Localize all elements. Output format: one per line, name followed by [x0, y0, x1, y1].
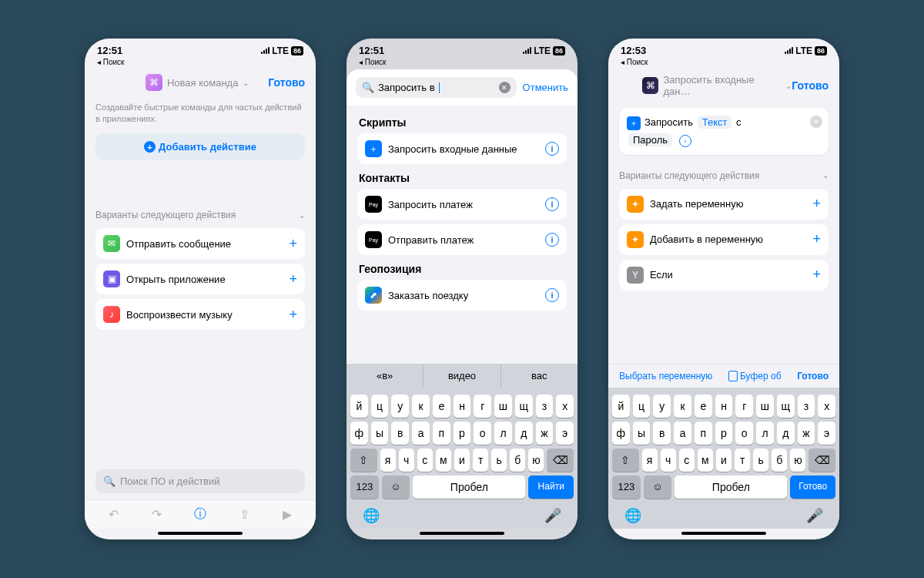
letter-key[interactable]: г [735, 395, 753, 418]
kb-suggestion[interactable]: вас [501, 364, 578, 388]
letter-key[interactable]: ж [536, 422, 554, 445]
return-key[interactable]: Готово [790, 476, 835, 499]
letter-key[interactable]: м [698, 449, 713, 472]
numeric-key[interactable]: 123 [612, 476, 641, 499]
suggestion-item[interactable]: ✦ Задать переменную + [619, 189, 829, 220]
letter-key[interactable]: т [735, 449, 750, 472]
letter-key[interactable]: ч [661, 449, 676, 472]
space-key[interactable]: Пробел [675, 476, 787, 499]
letter-key[interactable]: с [679, 449, 695, 472]
add-action-button[interactable]: +Добавить действие [95, 133, 305, 161]
letter-key[interactable]: к [412, 395, 430, 418]
letter-key[interactable]: ф [612, 422, 630, 445]
shift-key[interactable]: ⇧ [350, 449, 377, 472]
suggestion-item[interactable]: ♪ Воспроизвести музыку + [95, 299, 305, 330]
cancel-button[interactable]: Отменить [523, 82, 568, 93]
action-card[interactable]: ＋Запросить Текст с Пароль › ✕ [619, 108, 829, 155]
back-nav[interactable]: ◂ Поиск [608, 58, 839, 69]
letter-key[interactable]: н [715, 395, 733, 418]
letter-key[interactable]: ж [798, 422, 815, 445]
letter-key[interactable]: ф [350, 422, 368, 445]
letter-key[interactable]: п [433, 422, 450, 445]
suggestions-header[interactable]: Варианты следующего действия ⌄ [619, 163, 829, 181]
letter-key[interactable]: р [454, 422, 471, 445]
letter-key[interactable]: и [716, 449, 732, 472]
delete-key[interactable]: ⌫ [808, 449, 835, 472]
kb-suggestion[interactable]: «в» [346, 364, 424, 388]
letter-key[interactable]: с [417, 449, 433, 472]
letter-key[interactable]: л [494, 422, 512, 445]
done-button[interactable]: Готово [792, 79, 829, 92]
remove-action-icon[interactable]: ✕ [810, 116, 822, 128]
suggestion-item[interactable]: ▣ Открыть приложение + [95, 264, 305, 294]
letter-key[interactable]: в [653, 422, 671, 445]
home-indicator[interactable] [681, 532, 766, 535]
done-button[interactable]: Готово [268, 76, 305, 89]
home-indicator[interactable] [420, 532, 504, 535]
result-item[interactable]: Pay Отправить платеж i [357, 224, 567, 255]
back-nav[interactable]: ◂ Поиск [85, 58, 316, 69]
undo-icon[interactable]: ↶ [109, 507, 119, 522]
info-icon[interactable]: ⓘ [194, 506, 206, 523]
letter-key[interactable]: ы [633, 422, 651, 445]
letter-key[interactable]: о [474, 422, 491, 445]
home-indicator[interactable] [158, 532, 243, 535]
letter-key[interactable]: ю [790, 449, 805, 472]
letter-key[interactable]: ш [756, 395, 774, 418]
letter-key[interactable]: ц [633, 395, 651, 418]
letter-key[interactable]: в [391, 422, 409, 445]
letter-key[interactable]: х [818, 395, 835, 418]
letter-key[interactable]: у [653, 395, 671, 418]
letter-key[interactable]: я [380, 449, 396, 472]
plus-icon[interactable]: + [289, 271, 297, 287]
varbar-done-button[interactable]: Готово [797, 371, 829, 381]
title-group[interactable]: ⌘ Новая команда ⌄ [126, 74, 268, 91]
info-icon[interactable]: i [545, 142, 559, 156]
back-nav[interactable]: ◂ Поиск [346, 58, 578, 69]
shift-key[interactable]: ⇧ [612, 449, 639, 472]
info-icon[interactable]: i [545, 233, 559, 247]
result-item[interactable]: ＋ Запросить входные данные i [357, 133, 567, 164]
letter-key[interactable]: о [735, 422, 753, 445]
letter-key[interactable]: м [436, 449, 451, 472]
share-icon[interactable]: ⇪ [239, 507, 249, 522]
select-variable-button[interactable]: Выбрать переменную [619, 371, 712, 381]
letter-key[interactable]: я [642, 449, 658, 472]
letter-key[interactable]: д [777, 422, 795, 445]
kb-suggestion[interactable]: видео [424, 364, 500, 388]
space-key[interactable]: Пробел [413, 476, 525, 499]
plus-icon[interactable]: + [289, 236, 297, 252]
emoji-key[interactable]: ☺ [644, 476, 672, 499]
numeric-key[interactable]: 123 [350, 476, 379, 499]
plus-icon[interactable]: + [812, 231, 821, 247]
title-group[interactable]: ⌘ Запросить входные дан… ⌄ [642, 74, 792, 97]
letter-key[interactable]: щ [777, 395, 795, 418]
letter-key[interactable]: т [473, 449, 488, 472]
result-item[interactable]: Pay Запросить платеж i [357, 189, 567, 220]
info-icon[interactable]: i [545, 288, 559, 302]
letter-key[interactable]: щ [515, 395, 533, 418]
letter-key[interactable]: б [510, 449, 525, 472]
result-item[interactable]: ⬈ Заказать поездку i [357, 280, 567, 311]
suggestions-header[interactable]: Варианты следующего действия ⌄ [95, 207, 305, 220]
letter-key[interactable]: д [515, 422, 533, 445]
param-pill[interactable]: Текст [698, 116, 732, 129]
letter-key[interactable]: э [818, 422, 835, 445]
letter-key[interactable]: л [756, 422, 774, 445]
letter-key[interactable]: ь [753, 449, 768, 472]
letter-key[interactable]: е [433, 395, 450, 418]
letter-key[interactable]: х [556, 395, 574, 418]
suggestion-item[interactable]: ✉ Отправить сообщение + [95, 228, 305, 259]
globe-icon[interactable]: 🌐 [624, 507, 641, 524]
letter-key[interactable]: а [412, 422, 430, 445]
suggestion-item[interactable]: ✦ Добавить в переменную + [619, 224, 829, 255]
letter-key[interactable]: ь [491, 449, 507, 472]
letter-key[interactable]: ы [371, 422, 389, 445]
mic-icon[interactable]: 🎤 [544, 507, 561, 524]
search-field[interactable]: 🔍 Поиск ПО и действий [95, 469, 305, 493]
clear-icon[interactable]: ✕ [499, 82, 511, 93]
letter-key[interactable]: к [674, 395, 691, 418]
letter-key[interactable]: и [454, 449, 470, 472]
clipboard-button[interactable]: Буфер об [728, 371, 782, 381]
plus-icon[interactable]: + [289, 307, 297, 323]
